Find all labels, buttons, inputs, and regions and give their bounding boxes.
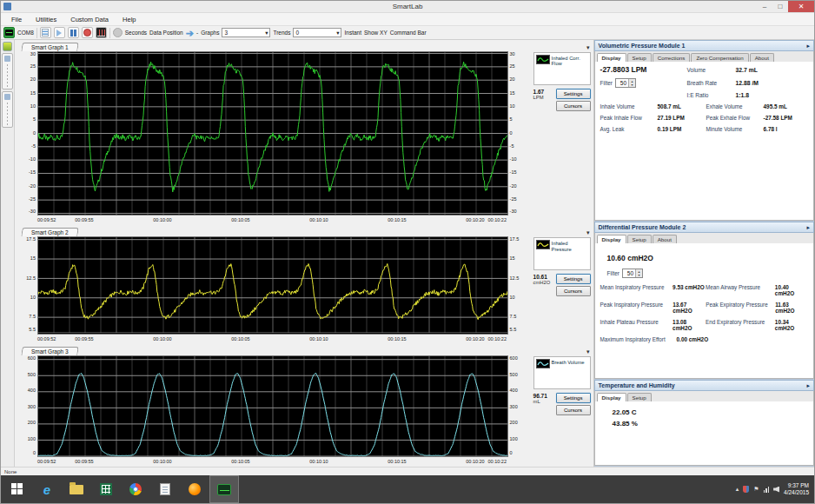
tray-flag-icon[interactable]: ⚑ xyxy=(753,486,759,493)
y-tick-label: -10 xyxy=(510,156,517,162)
tray-volume-icon[interactable] xyxy=(773,487,779,493)
tray-network-icon[interactable] xyxy=(764,487,770,493)
pressure-waveform-plot[interactable] xyxy=(37,236,508,334)
excel-icon[interactable] xyxy=(91,475,121,503)
start-button[interactable] xyxy=(3,475,32,503)
x-axis: 00:09:5200:09:5500:10:0000:10:0500:10:10… xyxy=(37,335,508,344)
stat-label: Peak Inhale Flow xyxy=(600,115,658,121)
y-tick-label: 10 xyxy=(510,295,515,300)
command-bar-toggle[interactable]: Command Bar xyxy=(390,30,427,36)
smartlab-taskbar-button[interactable] xyxy=(209,475,239,503)
firefox-icon[interactable] xyxy=(180,475,209,503)
x-tick-label: 00:10:10 xyxy=(309,459,328,464)
tab-about[interactable]: About xyxy=(750,53,774,62)
clock[interactable]: 9:37 PM 4/24/2015 xyxy=(784,482,809,496)
panel-collapse-icon[interactable]: ▸ xyxy=(806,382,810,389)
spike-chart-icon[interactable] xyxy=(96,27,107,38)
legend-label: Inhaled Corr. Flow xyxy=(552,55,588,67)
cursors-button[interactable]: Cursors xyxy=(556,101,591,111)
filter-spinner[interactable]: 50 ▲▼ xyxy=(615,78,636,88)
panel-header[interactable]: Differential Pressure Module 2 ▸ xyxy=(594,222,814,233)
y-tick-label: -10 xyxy=(29,156,36,162)
tab-zero-compensation[interactable]: Zero Compensation xyxy=(691,53,748,62)
legend[interactable]: Breath Volume xyxy=(533,356,591,389)
y-tick-label: 12.5 xyxy=(510,275,520,281)
show-xy-toggle[interactable]: Show XY xyxy=(364,30,388,36)
connect-device-icon[interactable] xyxy=(3,27,15,38)
settings-button[interactable]: Settings xyxy=(556,89,591,99)
tab-corrections[interactable]: Corrections xyxy=(653,53,691,62)
data-position-arrow-icon[interactable]: ➔ xyxy=(186,29,194,37)
instant-toggle[interactable]: Instant xyxy=(344,30,361,36)
graphs-select[interactable]: 3▾ xyxy=(222,28,270,37)
y-tick-label: 600 xyxy=(28,355,36,361)
tab-display[interactable]: Display xyxy=(597,235,626,243)
menu-help[interactable]: Help xyxy=(116,15,142,24)
current-value: 96.71 xyxy=(533,393,554,399)
settings-button[interactable]: Settings xyxy=(556,393,591,403)
pressure-main-value: 10.60 cmH2O xyxy=(607,254,653,262)
tab-setup[interactable]: Setup xyxy=(627,393,652,401)
tab-display[interactable]: Display xyxy=(597,393,626,401)
pause-icon[interactable] xyxy=(68,27,79,38)
menu-file[interactable]: File xyxy=(4,15,29,24)
panel-title: Differential Pressure Module 2 xyxy=(599,224,686,230)
trends-select[interactable]: 0▾ xyxy=(293,28,341,37)
volume-waveform-plot[interactable] xyxy=(37,355,508,457)
panel-collapse-icon[interactable]: ▸ xyxy=(806,43,810,50)
dock-tool-icon[interactable] xyxy=(3,42,12,51)
graph-tab-2[interactable]: Smart Graph 2 xyxy=(21,228,78,236)
filter-spinner[interactable]: 50 ▲▼ xyxy=(622,269,643,278)
panel-collapse-icon[interactable]: ▸ xyxy=(806,224,810,231)
cursors-button[interactable]: Cursors xyxy=(556,405,591,415)
legend-label: Breath Volume xyxy=(552,359,585,365)
dock-tab-2[interactable] xyxy=(2,91,13,128)
tab-display[interactable]: Display xyxy=(597,53,626,62)
panel-header[interactable]: Volumetric Pressure Module 1 ▸ xyxy=(594,40,814,51)
tray-expand-icon[interactable]: ▴ xyxy=(736,486,739,493)
flow-waveform-plot[interactable] xyxy=(37,51,508,216)
play-icon[interactable] xyxy=(54,27,65,38)
tab-setup[interactable]: Setup xyxy=(627,53,652,62)
menu-utilities[interactable]: Utilities xyxy=(29,15,63,24)
graph-collapse-icon[interactable]: ▾ xyxy=(586,44,590,51)
tab-about[interactable]: About xyxy=(653,235,677,243)
file-explorer-icon[interactable] xyxy=(62,475,91,503)
panel-title: Temperature and Humidity xyxy=(599,382,675,388)
graph-tab-1[interactable]: Smart Graph 1 xyxy=(21,43,78,51)
tray-shield-icon[interactable] xyxy=(743,486,749,493)
legend[interactable]: Inhaled Corr. Flow xyxy=(533,52,591,85)
y-tick-label: 100 xyxy=(28,436,36,441)
graph-tab-3[interactable]: Smart Graph 3 xyxy=(21,347,78,355)
chrome-icon[interactable] xyxy=(121,475,150,503)
graph-side-panel: Breath Volume 96.71 mL Settings Cursors xyxy=(531,355,593,467)
x-tick-label: 00:09:52 xyxy=(37,336,56,342)
tab-setup[interactable]: Setup xyxy=(627,235,652,243)
stat-label: Inhale Plateau Pressure xyxy=(600,319,673,331)
log-icon[interactable] xyxy=(40,27,51,38)
system-tray: ▴ ⚑ 9:37 PM 4/24/2015 xyxy=(736,482,814,496)
record-icon[interactable] xyxy=(82,27,93,38)
panel-header[interactable]: Temperature and Humidity ▸ xyxy=(594,380,814,391)
seconds-label[interactable]: Seconds xyxy=(125,30,147,36)
legend[interactable]: Inhaled Pressure xyxy=(533,237,591,270)
timer-icon[interactable] xyxy=(113,28,123,37)
temperature-value: 22.05 C xyxy=(613,408,808,416)
graph-collapse-icon[interactable]: ▾ xyxy=(586,229,590,236)
menu-custom-data[interactable]: Custom Data xyxy=(63,15,116,24)
ie-icon[interactable]: e xyxy=(32,475,62,503)
x-tick-label: 00:10:05 xyxy=(231,459,249,464)
cursors-button[interactable]: Cursors xyxy=(556,286,591,296)
notes-icon[interactable] xyxy=(150,475,180,503)
x-tick-label: 00:10:00 xyxy=(153,336,171,342)
data-position-label[interactable]: Data Position xyxy=(149,30,183,36)
dock-tab-1[interactable] xyxy=(2,53,13,90)
chevron-down-icon: ▾ xyxy=(265,30,268,36)
y-tick-label: -30 xyxy=(29,209,36,214)
y-tick-label: 7.5 xyxy=(29,314,36,319)
settings-button[interactable]: Settings xyxy=(556,274,591,284)
graph-collapse-icon[interactable]: ▾ xyxy=(586,348,590,355)
smartlab-window: SmartLab – □ ✕ FileUtilitiesCustom DataH… xyxy=(0,0,815,504)
y-tick-label: -5 xyxy=(31,143,36,149)
stat-label: End Expiratory Pressure xyxy=(706,319,775,331)
